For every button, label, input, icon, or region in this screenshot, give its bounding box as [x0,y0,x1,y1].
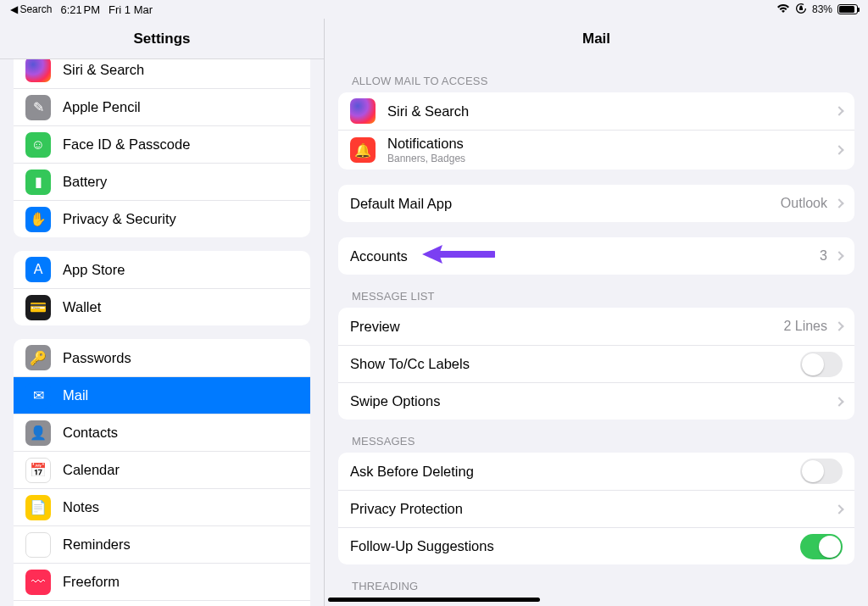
chevron-right-icon [834,106,843,115]
contacts-icon: 👤 [25,420,51,446]
siri-search-icon [25,59,51,82]
row-label: Ask Before Deleting [350,464,800,480]
row-mail-access-notifications[interactable]: 🔔NotificationsBanners, Badges [338,130,854,170]
sidebar-item-contacts[interactable]: 👤Contacts [14,414,310,451]
toggle-follow-up[interactable] [800,534,843,559]
settings-sidebar: Settings Siri & Search✎Apple Pencil☺Face… [0,19,325,606]
sidebar-item-reminders[interactable]: ☑Reminders [14,525,310,563]
back-to-search[interactable]: ◀ Search [10,3,52,15]
status-time: 6:21 PM [60,3,100,16]
row-label: Swipe Options [350,393,832,409]
faceid-passcode-icon: ☺ [25,132,51,158]
sidebar-group: Siri & Search✎Apple Pencil☺Face ID & Pas… [14,59,310,237]
row-label: Privacy Protection [350,501,832,517]
sidebar-item-label: Wallet [63,299,298,315]
sidebar-item-label: Siri & Search [63,62,298,78]
mail-detail-pane: Mail Allow Mail to AccessSiri & Search🔔N… [325,19,868,606]
apple-pencil-icon: ✎ [25,95,51,120]
section-header: Allow Mail to Access [338,59,854,92]
row-value: 2 Lines [783,319,827,334]
sidebar-item-voice-memos[interactable]: 🎙Voice Memos [14,600,310,606]
sidebar-item-privacy-security[interactable]: ✋Privacy & Security [14,200,310,237]
toggle-ask-before-deleting[interactable] [800,459,843,484]
chevron-right-icon [834,397,843,406]
battery-percent: 83% [812,3,832,15]
row-label: Preview [350,319,783,335]
sidebar-item-label: Battery [63,174,298,190]
mail-icon: ✉ [25,383,51,409]
home-indicator [328,598,540,602]
reminders-icon: ☑ [25,532,51,558]
settings-group: Preview2 LinesShow To/Cc LabelsSwipe Opt… [338,308,854,420]
sidebar-group: AApp Store💳Wallet [14,251,310,325]
app-store-icon: A [25,257,51,282]
freeform-icon: 〰 [25,570,51,595]
sidebar-item-faceid-passcode[interactable]: ☺Face ID & Passcode [14,125,310,163]
row-default-mail-app[interactable]: Default Mail AppOutlook [338,185,854,222]
sidebar-group: 🔑Passwords✉Mail👤Contacts📅Calendar📄Notes☑… [14,339,310,606]
chevron-right-icon [834,145,843,154]
settings-group: Default Mail AppOutlook [338,185,854,222]
sidebar-item-notes[interactable]: 📄Notes [14,488,310,525]
sidebar-item-label: Face ID & Passcode [63,136,298,153]
sidebar-item-freeform[interactable]: 〰Freeform [14,563,310,600]
section-header: Message List [338,275,854,308]
sidebar-item-passwords[interactable]: 🔑Passwords [14,339,310,376]
row-privacy-protection[interactable]: Privacy Protection [338,490,854,527]
section-header: Messages [338,420,854,453]
sidebar-item-siri-search[interactable]: Siri & Search [14,59,310,88]
sidebar-item-label: Calendar [63,462,298,478]
chevron-right-icon [834,198,843,208]
orientation-lock-icon [795,3,807,17]
sidebar-item-label: Privacy & Security [63,211,298,227]
sidebar-item-label: Reminders [63,537,298,553]
sidebar-item-mail[interactable]: ✉Mail [14,376,310,414]
sidebar-item-app-store[interactable]: AApp Store [14,251,310,288]
row-label: Siri & Search [387,103,832,120]
sidebar-item-label: Freeform [63,574,298,590]
privacy-security-icon: ✋ [25,207,51,232]
row-accounts[interactable]: Accounts3 [338,237,854,275]
chevron-right-icon [834,251,843,260]
row-label: Default Mail App [350,196,781,212]
row-label: Accounts [350,248,820,264]
row-value: 3 [820,248,827,264]
wifi-icon [776,3,790,16]
sidebar-item-label: App Store [63,262,298,278]
sidebar-item-apple-pencil[interactable]: ✎Apple Pencil [14,88,310,125]
detail-title: Mail [325,19,868,59]
row-follow-up[interactable]: Follow-Up Suggestions [338,527,854,564]
calendar-icon: 📅 [25,458,51,483]
section-header: Threading [338,564,854,598]
settings-group: Siri & Search🔔NotificationsBanners, Badg… [338,92,854,170]
row-subtitle: Banners, Badges [387,153,832,164]
settings-group: Ask Before DeletingPrivacy ProtectionFol… [338,453,854,564]
wallet-icon: 💳 [25,295,51,320]
notes-icon: 📄 [25,495,51,520]
passwords-icon: 🔑 [25,345,51,370]
row-mail-access-siri[interactable]: Siri & Search [338,92,854,130]
sidebar-item-wallet[interactable]: 💳Wallet [14,288,310,325]
sidebar-item-label: Mail [63,387,298,403]
settings-group: Accounts3 [338,237,854,275]
row-label: Show To/Cc Labels [350,356,800,372]
chevron-right-icon [834,321,843,331]
row-ask-before-deleting[interactable]: Ask Before Deleting [338,453,854,490]
row-swipe-options[interactable]: Swipe Options [338,382,854,420]
sidebar-item-calendar[interactable]: 📅Calendar [14,451,310,488]
sidebar-item-battery[interactable]: ▮Battery [14,163,310,200]
status-date: Fri 1 Mar [108,3,153,16]
toggle-show-tocc[interactable] [800,352,843,377]
siri-icon [350,98,376,124]
sidebar-item-label: Apple Pencil [63,99,298,115]
sidebar-title: Settings [0,19,324,59]
battery-icon [837,4,858,14]
row-label: Follow-Up Suggestions [350,538,800,554]
row-preview[interactable]: Preview2 Lines [338,308,854,345]
row-value: Outlook [781,196,827,211]
battery-icon: ▮ [25,170,51,195]
bell-icon: 🔔 [350,137,376,163]
sidebar-item-label: Contacts [63,425,298,441]
row-show-tocc[interactable]: Show To/Cc Labels [338,345,854,382]
sidebar-item-label: Passwords [63,350,298,366]
